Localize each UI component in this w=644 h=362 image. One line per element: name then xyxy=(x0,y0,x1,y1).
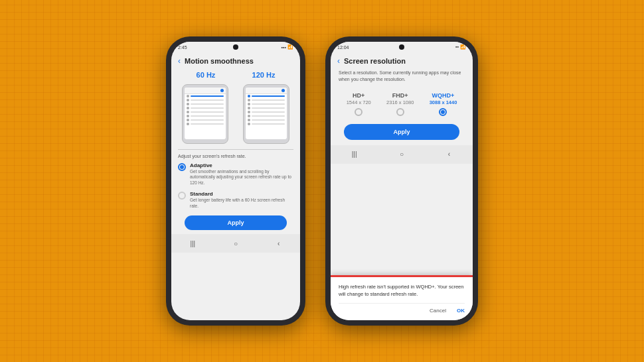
right-nav-back[interactable]: ‹ xyxy=(443,149,454,160)
right-apply-button[interactable]: Apply xyxy=(344,124,459,140)
right-nav-recent[interactable]: ||| xyxy=(349,149,360,160)
phone-previews xyxy=(171,82,300,147)
left-nav-back[interactable]: ‹ xyxy=(274,238,284,249)
dialog-cancel-button[interactable]: Cancel xyxy=(430,308,446,314)
dialog-text: High refresh rate isn't supported in WQH… xyxy=(339,284,465,298)
divider-1 xyxy=(178,149,293,150)
left-status-icons: ▪▪▪ 📶 xyxy=(282,44,293,50)
right-nav-bar: ||| ○ ‹ xyxy=(331,145,473,164)
res-fhd-name: FHD+ xyxy=(386,92,414,99)
radio-standard-desc: Get longer battery life with a 60 Hz scr… xyxy=(190,198,293,209)
left-apply-button[interactable]: Apply xyxy=(185,215,287,230)
right-screen-desc: Select a resolution. Some currently runn… xyxy=(331,68,473,87)
dialog-overlay: High refresh rate isn't supported in WQH… xyxy=(331,275,473,320)
right-status-bar: 12:04 ▪▪ 📶 xyxy=(331,42,473,51)
section-hint: Adjust your screen's refresh rate. xyxy=(171,152,300,160)
hz-60-tab[interactable]: 60 Hz xyxy=(197,71,216,79)
right-status-icons: ▪▪ 📶 xyxy=(455,44,466,50)
right-phone: 12:04 ▪▪ 📶 ‹ Screen resolution Select a … xyxy=(325,36,478,326)
hz-120-tab[interactable]: 120 Hz xyxy=(252,71,276,79)
right-apply-container: Apply xyxy=(331,119,473,145)
dialog-ok-button[interactable]: OK xyxy=(457,308,465,314)
res-wqhd-radio-inner xyxy=(441,110,445,114)
hz-tabs: 60 Hz 120 Hz xyxy=(171,68,300,82)
mini-phone-120hz xyxy=(243,84,289,144)
left-nav-home[interactable]: ○ xyxy=(230,238,241,249)
res-hd-radio xyxy=(355,108,362,116)
right-time: 12:04 xyxy=(337,45,349,50)
radio-standard-circle xyxy=(178,192,186,200)
left-app-header: ‹ Motion smoothness xyxy=(171,51,300,68)
res-wqhd-option[interactable]: WQHD+ 3088 x 1440 xyxy=(430,92,457,116)
res-hd-option[interactable]: HD+ 1544 x 720 xyxy=(347,92,371,116)
res-wqhd-radio xyxy=(439,108,447,116)
left-nav-bar: ||| ○ ‹ xyxy=(171,234,300,253)
radio-standard-label: Standard xyxy=(190,191,293,197)
right-nav-home[interactable]: ○ xyxy=(396,149,407,160)
left-nav-recent[interactable]: ||| xyxy=(187,238,198,249)
dialog-box: High refresh rate isn't supported in WQH… xyxy=(331,275,473,320)
radio-adaptive[interactable]: Adaptive Get smoother animations and scr… xyxy=(171,160,300,188)
right-app-header: ‹ Screen resolution xyxy=(331,51,473,68)
mini-phone-60hz xyxy=(182,84,228,144)
right-app-title: Screen resolution xyxy=(344,57,406,65)
radio-adaptive-label: Adaptive xyxy=(190,162,293,168)
res-fhd-radio xyxy=(396,108,404,116)
left-app-title: Motion smoothness xyxy=(185,57,254,65)
res-wqhd-name: WQHD+ xyxy=(430,92,457,99)
res-fhd-dims: 2316 x 1080 xyxy=(386,99,414,105)
res-fhd-option[interactable]: FHD+ 2316 x 1080 xyxy=(386,92,414,116)
left-back-arrow[interactable]: ‹ xyxy=(178,56,181,66)
res-wqhd-dims: 3088 x 1440 xyxy=(430,99,457,105)
radio-adaptive-inner xyxy=(180,165,184,169)
radio-standard[interactable]: Standard Get longer battery life with a … xyxy=(171,188,300,211)
right-back-arrow[interactable]: ‹ xyxy=(337,56,340,66)
left-phone: 2:45 ▪▪▪ 📶 ‹ Motion smoothness 60 Hz 120… xyxy=(166,36,305,326)
resolution-options: HD+ 1544 x 720 FHD+ 2316 x 1080 WQHD+ 30… xyxy=(331,87,473,119)
left-status-bar: 2:45 ▪▪▪ 📶 xyxy=(171,42,300,51)
res-hd-name: HD+ xyxy=(347,92,371,99)
left-time: 2:45 xyxy=(178,45,187,50)
left-apply-container: Apply xyxy=(171,211,300,234)
res-hd-dims: 1544 x 720 xyxy=(347,99,371,105)
dialog-actions: Cancel OK xyxy=(339,303,465,314)
radio-adaptive-desc: Get smoother animations and scrolling by… xyxy=(190,169,293,186)
radio-adaptive-circle xyxy=(178,163,186,171)
